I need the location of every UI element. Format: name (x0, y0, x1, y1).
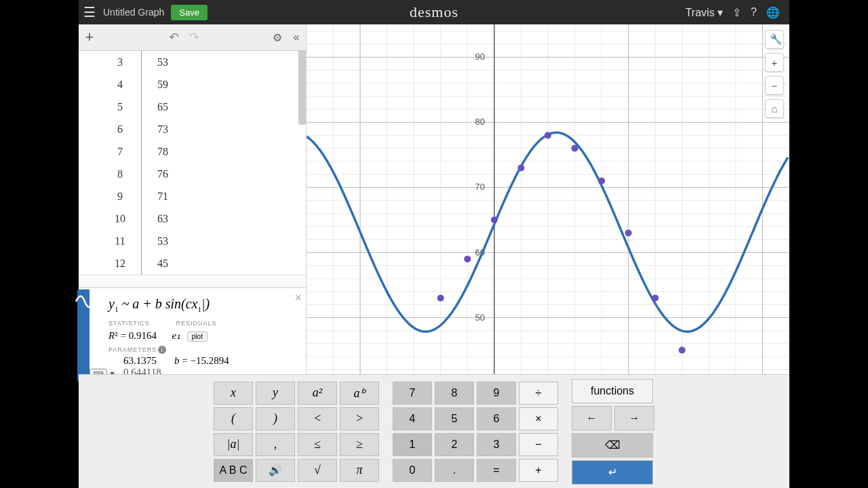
y-cell[interactable]: 45 (142, 252, 184, 274)
language-icon[interactable]: 🌐 (766, 6, 780, 19)
undo-icon[interactable]: ↶ (169, 30, 179, 44)
zoom-out-button[interactable]: − (765, 76, 784, 95)
key-[interactable]: + (519, 459, 558, 482)
svg-point-70 (652, 295, 658, 302)
add-expression-button[interactable]: + (79, 28, 100, 46)
key-[interactable]: ) (256, 407, 295, 430)
key-[interactable]: π (340, 459, 379, 482)
functions-button[interactable]: functions (572, 379, 653, 403)
x-cell[interactable]: 10 (99, 207, 142, 230)
key-2[interactable]: 2 (435, 433, 474, 456)
key-[interactable]: > (340, 407, 379, 430)
key-[interactable]: × (519, 407, 558, 430)
x-cell[interactable]: 4 (99, 73, 142, 96)
key-y[interactable]: y (256, 382, 295, 405)
zoom-in-button[interactable]: + (765, 53, 784, 72)
table-row[interactable]: 459 (99, 73, 184, 96)
table-row[interactable]: 565 (99, 96, 184, 118)
wrench-icon[interactable]: 🔧 (765, 30, 784, 49)
enter-key[interactable]: ↵ (572, 460, 653, 485)
table-row[interactable]: 1063 (99, 207, 184, 230)
key-6[interactable]: 6 (477, 407, 516, 430)
home-button[interactable]: ⌂ (765, 99, 784, 118)
key-[interactable]: ÷ (519, 382, 558, 405)
table-row[interactable]: 876 (99, 163, 184, 185)
key-abc[interactable]: A B C (214, 459, 253, 482)
y-cell[interactable]: 59 (142, 73, 184, 96)
table-row[interactable]: 353 (99, 51, 184, 73)
plot-residuals-button[interactable]: plot (187, 331, 208, 342)
y-cell[interactable]: 71 (142, 185, 184, 207)
key-a[interactable]: aᵇ (340, 382, 379, 405)
y-cell[interactable]: 73 (142, 118, 184, 140)
hamburger-icon[interactable]: ☰ (79, 4, 100, 20)
key-[interactable]: < (298, 407, 337, 430)
y-cell[interactable]: 53 (142, 51, 184, 73)
residuals-label: RESIDUALS (176, 320, 216, 327)
scrollbar[interactable] (298, 50, 306, 125)
x-cell[interactable]: 3 (99, 51, 142, 73)
y-cell[interactable]: 63 (142, 207, 184, 230)
svg-point-67 (572, 145, 578, 152)
share-icon[interactable]: ⇪ (732, 6, 741, 19)
redo-icon[interactable]: ↷ (189, 30, 199, 44)
info-icon[interactable]: i (158, 346, 166, 354)
key-4[interactable]: 4 (393, 407, 432, 430)
expression-toolbar: + ↶ ↷ ⚙ « (79, 24, 306, 51)
key-9[interactable]: 9 (477, 382, 516, 405)
x-cell[interactable]: 9 (99, 185, 142, 207)
key-[interactable]: ≥ (340, 433, 379, 456)
key-3[interactable]: 3 (477, 433, 516, 456)
table-row[interactable]: 778 (99, 140, 184, 163)
key-[interactable]: ( (214, 407, 253, 430)
key-a[interactable]: a² (298, 382, 337, 405)
key-0[interactable]: 0 (393, 459, 432, 482)
close-icon[interactable]: × (294, 291, 302, 305)
key-x[interactable]: x (214, 382, 253, 405)
x-cell[interactable]: 7 (99, 140, 142, 163)
backspace-key[interactable]: ⌫ (572, 433, 653, 458)
table-row[interactable]: 971 (99, 185, 184, 207)
y-cell[interactable]: 76 (142, 163, 184, 185)
user-menu[interactable]: Travis ▾ (686, 6, 723, 19)
regression-expression[interactable]: × y1 ~ a + b sin(cx1|) STATISTICS RESIDU… (79, 287, 306, 383)
table-row[interactable]: 1153 (99, 230, 184, 252)
key-7[interactable]: 7 (393, 382, 432, 405)
x-cell[interactable]: 5 (99, 96, 142, 118)
graph-canvas[interactable]: 5060708090 🔧 + − ⌂ (307, 24, 789, 383)
svg-point-63 (464, 256, 471, 262)
svg-text:70: 70 (475, 182, 484, 192)
help-icon[interactable]: ? (751, 6, 757, 18)
x-cell[interactable]: 6 (99, 118, 142, 140)
save-button[interactable]: Save (171, 5, 208, 20)
key-[interactable]: − (519, 433, 558, 456)
statistics-label: STATISTICS (79, 320, 173, 327)
key-[interactable]: = (477, 459, 516, 482)
regression-formula[interactable]: y1 ~ a + b sin(cx1|) (79, 288, 306, 316)
key-[interactable]: , (256, 433, 295, 456)
key-a[interactable]: |a| (214, 433, 253, 456)
key-[interactable]: . (435, 459, 474, 482)
key-[interactable]: 🔊 (256, 459, 295, 482)
data-table[interactable]: 353459565673778876971106311531245 (79, 51, 306, 275)
top-bar: ☰ Untitled Graph Save desmos Travis ▾ ⇪ … (79, 0, 789, 24)
key-[interactable]: √ (298, 459, 337, 482)
x-cell[interactable]: 8 (99, 163, 142, 185)
arrow-left-key[interactable]: ← (572, 406, 612, 430)
svg-point-62 (437, 295, 444, 302)
table-row[interactable]: 1245 (99, 252, 184, 274)
y-cell[interactable]: 65 (142, 96, 184, 118)
key-1[interactable]: 1 (393, 433, 432, 456)
graph-title[interactable]: Untitled Graph (103, 7, 164, 18)
key-[interactable]: ≤ (298, 433, 337, 456)
key-5[interactable]: 5 (435, 407, 474, 430)
settings-icon[interactable]: ⚙ (268, 31, 287, 44)
y-cell[interactable]: 53 (142, 230, 184, 252)
x-cell[interactable]: 12 (99, 252, 142, 274)
collapse-panel-icon[interactable]: « (287, 31, 306, 43)
arrow-right-key[interactable]: → (614, 406, 654, 430)
key-8[interactable]: 8 (435, 382, 474, 405)
x-cell[interactable]: 11 (99, 230, 142, 252)
y-cell[interactable]: 78 (142, 140, 184, 163)
table-row[interactable]: 673 (99, 118, 184, 140)
